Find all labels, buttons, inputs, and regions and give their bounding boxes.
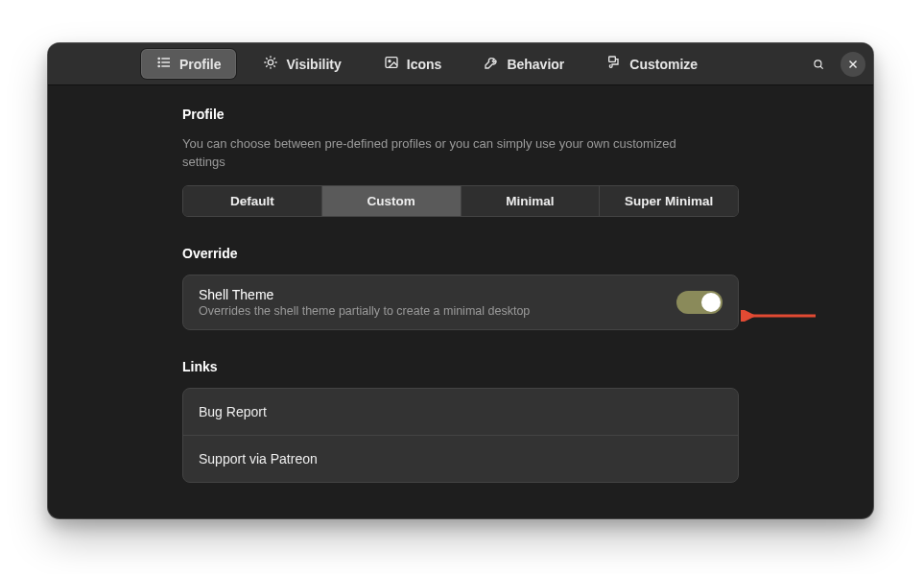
content-area: Profile You can choose between pre-defin… xyxy=(48,85,873,518)
list-icon xyxy=(156,55,172,73)
tab-bar: Profile Visibility Icons Behavior xyxy=(56,49,798,79)
link-bug-report[interactable]: Bug Report xyxy=(183,389,738,436)
profile-option-default[interactable]: Default xyxy=(183,186,322,216)
shell-theme-row: Shell Theme Overrides the shell theme pa… xyxy=(182,275,739,330)
profile-option-minimal[interactable]: Minimal xyxy=(462,186,601,216)
shell-theme-text: Shell Theme Overrides the shell theme pa… xyxy=(199,287,530,318)
search-icon xyxy=(812,58,825,71)
titlebar: Profile Visibility Icons Behavior xyxy=(48,43,873,85)
tab-icons[interactable]: Icons xyxy=(368,49,458,79)
profile-section-title: Profile xyxy=(182,107,739,122)
svg-line-12 xyxy=(274,65,275,66)
svg-rect-17 xyxy=(609,57,616,61)
override-section-title: Override xyxy=(182,246,739,261)
paint-icon xyxy=(606,55,622,73)
search-button[interactable] xyxy=(806,52,831,77)
profile-option-group: Default Custom Minimal Super Minimal xyxy=(182,185,739,217)
svg-point-4 xyxy=(158,61,159,62)
tab-label: Customize xyxy=(629,57,698,72)
profile-section-desc: You can choose between pre-defined profi… xyxy=(182,135,681,172)
shell-theme-subtitle: Overrides the shell theme partially to c… xyxy=(199,304,530,318)
shell-theme-title: Shell Theme xyxy=(199,287,530,302)
tab-label: Behavior xyxy=(507,57,564,72)
tab-behavior[interactable]: Behavior xyxy=(468,49,580,79)
close-icon xyxy=(846,58,860,71)
svg-line-13 xyxy=(267,65,268,66)
shell-theme-toggle[interactable] xyxy=(676,291,723,314)
title-actions xyxy=(806,52,865,77)
tab-profile[interactable]: Profile xyxy=(141,49,237,79)
tab-label: Visibility xyxy=(286,57,341,72)
tab-label: Icons xyxy=(407,57,442,72)
svg-point-16 xyxy=(389,60,391,62)
links-section-title: Links xyxy=(182,359,739,374)
settings-window: Profile Visibility Icons Behavior xyxy=(48,43,873,518)
svg-line-11 xyxy=(267,58,268,59)
profile-option-superminimal[interactable]: Super Minimal xyxy=(600,186,738,216)
tab-customize[interactable]: Customize xyxy=(591,49,713,79)
svg-point-5 xyxy=(158,65,159,66)
image-icon xyxy=(384,55,399,73)
links-list: Bug Report Support via Patreon xyxy=(182,388,739,483)
svg-point-3 xyxy=(158,58,159,59)
sun-icon xyxy=(263,55,278,73)
svg-line-14 xyxy=(274,58,275,59)
svg-line-19 xyxy=(820,66,823,69)
profile-option-custom[interactable]: Custom xyxy=(322,186,462,216)
wrench-icon xyxy=(484,55,499,73)
tab-visibility[interactable]: Visibility xyxy=(248,49,356,79)
svg-point-18 xyxy=(815,60,821,66)
svg-rect-15 xyxy=(386,58,397,68)
tab-label: Profile xyxy=(179,57,222,72)
link-support-patreon[interactable]: Support via Patreon xyxy=(183,436,738,482)
close-button[interactable] xyxy=(841,52,865,77)
svg-point-6 xyxy=(269,60,273,64)
